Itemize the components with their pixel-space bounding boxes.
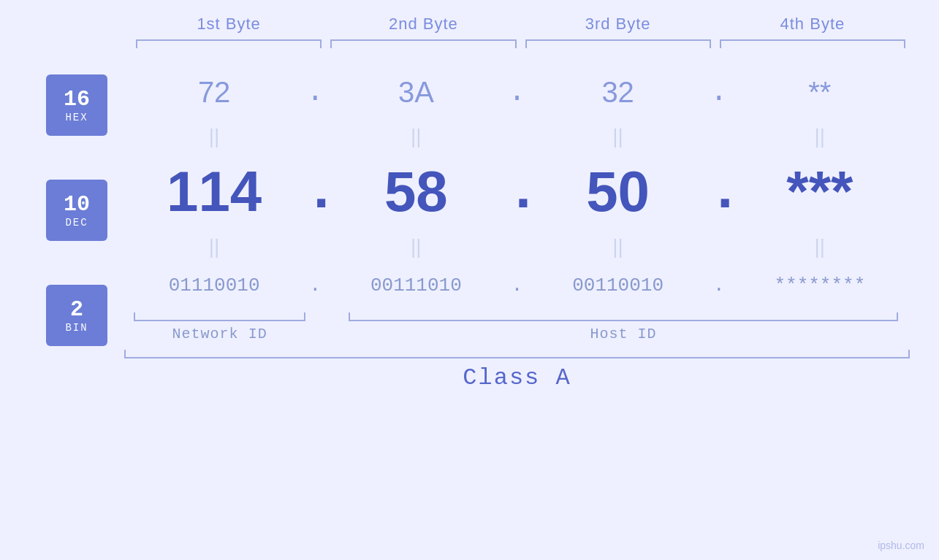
hex-number: 16 [64,88,90,112]
eq-row-2: || || || || [124,232,910,261]
bracket-byte1 [136,39,322,48]
bin-number: 2 [70,298,83,322]
bin-byte4: ******** [730,261,910,310]
eq2-b2: || [326,232,506,261]
bin-badge-wrapper: 2 BIN [46,279,107,352]
eq2-b3: || [528,232,708,261]
bottom-id-brackets: Network ID Host ID [124,312,910,342]
hex-byte3: 32 [528,63,708,122]
network-id-section: Network ID [124,312,315,342]
hex-name: HEX [65,112,88,123]
host-id-label: Host ID [590,326,657,342]
dec-number: 10 [64,193,90,217]
main-container: 1st Byte 2nd Byte 3rd Byte 4th Byte 16 H… [0,0,939,560]
byte-headers: 1st Byte 2nd Byte 3rd Byte 4th Byte [29,15,910,34]
eq2-b1: || [124,232,304,261]
bin-sep3: . [708,275,730,296]
dec-name: DEC [65,217,88,229]
eq1-b4: || [730,122,910,151]
bin-byte2: 00111010 [326,261,506,310]
page-layout: 16 HEX 10 DEC 2 BIN [29,63,910,391]
hex-byte4: ** [730,63,910,122]
bin-name: BIN [65,322,88,334]
hex-sep3: . [708,76,730,109]
byte1-header: 1st Byte [132,15,326,34]
hex-badge: 16 HEX [46,74,107,136]
dec-byte3: 50 [528,151,708,232]
class-label: Class A [463,364,571,391]
hex-badge-wrapper: 16 HEX [46,69,107,142]
network-id-label: Network ID [172,326,267,342]
byte3-header: 3rd Byte [521,15,715,34]
eq2-b4: || [730,232,910,261]
watermark: ipshu.com [878,540,924,551]
badges-column: 16 HEX 10 DEC 2 BIN [29,63,124,352]
eq-row-1: || || || || [124,122,910,151]
dec-sep3: . [708,160,730,224]
byte2-header: 2nd Byte [326,15,520,34]
dec-byte1: 114 [124,151,304,232]
bin-sep1: . [304,275,326,296]
dec-sep2: . [506,160,528,224]
host-id-bracket [349,312,898,321]
dec-sep1: . [304,160,326,224]
hex-sep2: . [506,76,528,109]
bin-values-row: 01110010 . 00111010 . 00110010 . *******… [124,261,910,310]
dec-values-row: 114 . 58 . 50 . *** [124,151,910,232]
bracket-byte2 [330,39,516,48]
dec-byte2: 58 [326,151,506,232]
class-bracket [124,350,910,358]
hex-byte1: 72 [124,63,304,122]
dec-badge: 10 DEC [46,180,107,241]
bin-sep2: . [506,275,528,296]
hex-byte2: 3A [326,63,506,122]
top-brackets [29,39,910,48]
network-id-bracket [134,312,305,321]
dec-byte4: *** [730,151,910,232]
eq1-b1: || [124,122,304,151]
dec-badge-wrapper: 10 DEC [46,174,107,247]
values-grid: 72 . 3A . 32 . ** || || || || 114 [124,63,910,391]
eq1-b2: || [326,122,506,151]
bracket-byte4 [720,39,905,48]
bin-byte3: 00110010 [528,261,708,310]
bin-badge: 2 BIN [46,285,107,346]
eq1-b3: || [528,122,708,151]
hex-sep1: . [304,76,326,109]
bracket-byte3 [525,39,711,48]
class-section: Class A [124,350,910,391]
hex-values-row: 72 . 3A . 32 . ** [124,63,910,122]
host-id-section: Host ID [337,312,910,342]
bin-byte1: 01110010 [124,261,304,310]
byte4-header: 4th Byte [715,15,910,34]
